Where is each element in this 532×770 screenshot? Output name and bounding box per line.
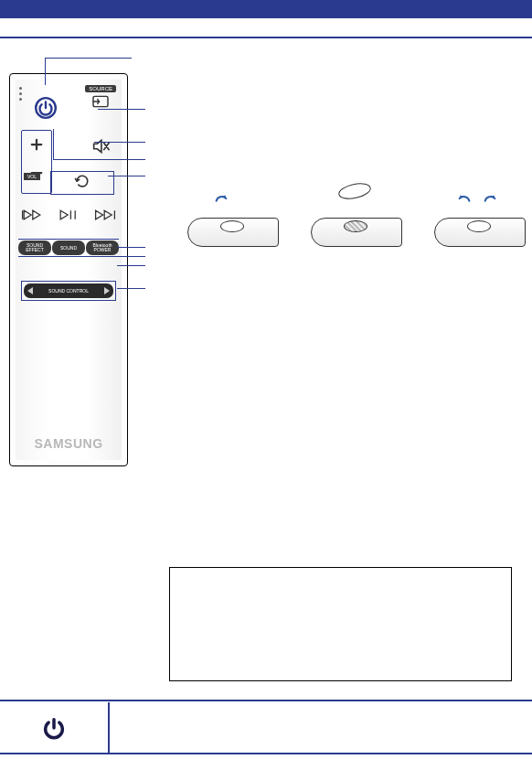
section-divider: [0, 37, 532, 38]
arrow-left-icon: [27, 287, 33, 294]
top-bar: [0, 0, 532, 18]
leader-line: [117, 256, 145, 257]
source-icon: [91, 94, 110, 109]
volume-up-button[interactable]: [22, 131, 51, 159]
battery-step-1: [187, 197, 279, 247]
sound-control-pill[interactable]: SOUND CONTROL: [24, 283, 113, 298]
battery-row: [187, 197, 526, 247]
effect-row: SOUND EFFECT SOUND Bluetooth POWER: [18, 239, 119, 257]
power-button[interactable]: [34, 96, 58, 120]
bottom-row: [0, 702, 532, 753]
play-pause-button[interactable]: [58, 208, 80, 222]
rotate-arrow-icon: [482, 191, 498, 208]
power-cell: [0, 702, 110, 753]
rotate-arrow-icon: [456, 191, 473, 208]
leader-line: [117, 247, 145, 248]
skip-back-button[interactable]: [21, 208, 43, 222]
leader-line: [53, 159, 145, 160]
sound-control-label: SOUND CONTROL: [48, 288, 89, 294]
battery-step-3: [434, 197, 526, 247]
leader-line: [45, 58, 46, 85]
table-divider: [0, 700, 532, 701]
source-button[interactable]: SOURCE: [85, 85, 116, 109]
vol-label: VOL: [24, 173, 40, 180]
plus-icon: [28, 136, 45, 153]
remote-body: SOURCE VOL SOUND EFFECT SOUN: [16, 80, 122, 460]
surround-sound-button[interactable]: SOUND: [52, 241, 85, 255]
brand-logo: SAMSUNG: [16, 436, 122, 451]
power-icon: [41, 715, 67, 741]
leader-line: [45, 58, 132, 59]
leader-line: [98, 109, 145, 110]
leader-line: [108, 176, 145, 176]
repeat-button[interactable]: [73, 172, 91, 194]
repeat-icon: [73, 172, 91, 190]
note-box: [169, 567, 512, 681]
leader-line: [117, 265, 145, 266]
bluetooth-power-button[interactable]: Bluetooth POWER: [86, 241, 119, 255]
source-label: SOURCE: [85, 85, 116, 92]
leader-line: [53, 129, 54, 159]
repeat-group: [50, 171, 114, 195]
leader-line: [94, 142, 145, 143]
mute-icon: [90, 136, 111, 156]
power-icon: [34, 96, 58, 120]
sound-control-row: SOUND CONTROL: [21, 281, 116, 301]
skip-forward-button[interactable]: [94, 208, 116, 222]
table-divider: [0, 753, 532, 754]
mute-button[interactable]: [90, 136, 111, 156]
remote-outline: SOURCE VOL SOUND EFFECT SOUN: [9, 73, 128, 466]
arrow-right-icon: [104, 287, 110, 294]
leader-line: [117, 288, 145, 289]
ir-emitter-dots: [19, 87, 22, 101]
volume-group: VOL: [21, 130, 52, 194]
rotate-arrow-icon: [213, 191, 229, 208]
battery-step-2: [311, 197, 402, 247]
sound-effect-button[interactable]: SOUND EFFECT: [18, 241, 51, 255]
playback-row: [21, 208, 116, 222]
